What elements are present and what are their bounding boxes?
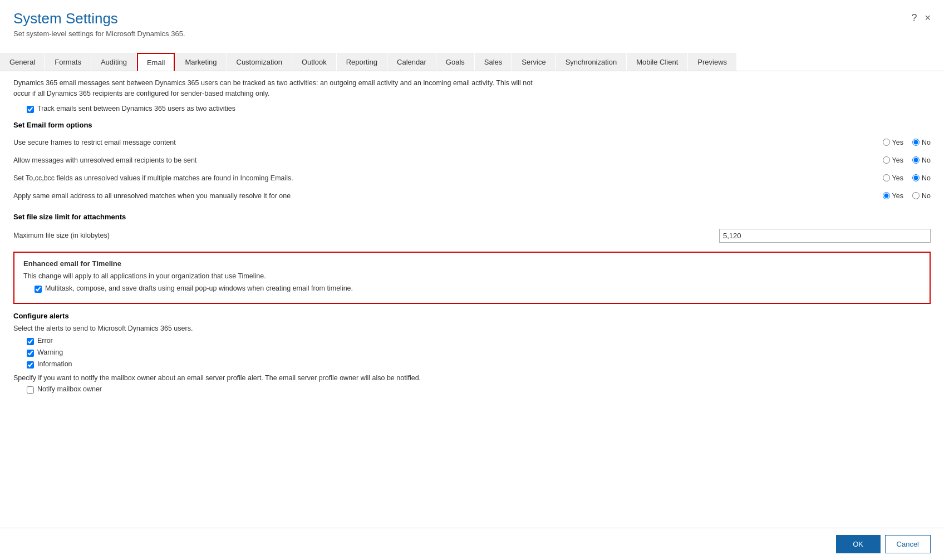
max-file-size-input[interactable] [719, 229, 931, 243]
secure-frames-no-option: No [912, 139, 931, 146]
content-area: Dynamics 365 email messages sent between… [0, 71, 944, 528]
file-size-section-header: Set file size limit for attachments [13, 213, 931, 221]
tab-general[interactable]: General [0, 53, 45, 71]
notify-desc: Specify if you want to notify the mailbo… [13, 374, 931, 382]
intro-text: Dynamics 365 email messages sent between… [13, 78, 931, 99]
apply-same-yes-option: Yes [883, 192, 903, 200]
max-file-size-row: Maximum file size (in kilobytes) [13, 225, 931, 246]
apply-same-yes-radio[interactable] [883, 192, 890, 199]
tab-goals[interactable]: Goals [436, 53, 474, 71]
apply-same-row: Apply same email address to all unresolv… [13, 187, 931, 205]
allow-unresolved-yes-label: Yes [892, 156, 903, 164]
notify-mailbox-label: Notify mailbox owner [37, 385, 102, 393]
notify-mailbox-row: Notify mailbox owner [27, 385, 931, 394]
set-tocc-radio-group: Yes No [883, 174, 931, 182]
set-tocc-no-label: No [922, 174, 931, 182]
alert-information-row: Information [27, 360, 931, 369]
set-tocc-row: Set To,cc,bcc fields as unresolved value… [13, 169, 931, 187]
set-tocc-yes-label: Yes [892, 174, 903, 182]
tab-previews[interactable]: Previews [688, 53, 736, 71]
tab-service[interactable]: Service [512, 53, 555, 71]
tab-formats[interactable]: Formats [45, 53, 91, 71]
track-emails-checkbox[interactable] [27, 106, 34, 113]
max-file-size-label: Maximum file size (in kilobytes) [13, 232, 719, 239]
enhanced-email-title: Enhanced email for Timeline [23, 259, 921, 268]
enhanced-email-checkbox-label: Multitask, compose, and save drafts usin… [45, 284, 353, 292]
alert-warning-label: Warning [37, 348, 63, 356]
alerts-checkboxes: Error Warning Information [27, 337, 931, 369]
secure-frames-no-radio[interactable] [912, 139, 920, 146]
notify-mailbox-checkbox[interactable] [27, 386, 34, 394]
tab-reporting[interactable]: Reporting [337, 53, 387, 71]
set-tocc-no-radio[interactable] [912, 174, 920, 181]
allow-unresolved-yes-radio[interactable] [883, 156, 890, 164]
allow-unresolved-label: Allow messages with unresolved email rec… [13, 156, 883, 164]
apply-same-radio-group: Yes No [883, 192, 931, 200]
dialog-controls: ? × [911, 12, 931, 24]
enhanced-email-checkbox-row: Multitask, compose, and save drafts usin… [35, 284, 921, 293]
tabs-container: GeneralFormatsAuditingEmailMarketingCust… [0, 52, 944, 71]
tab-calendar[interactable]: Calendar [387, 53, 436, 71]
dialog-footer: OK Cancel [0, 528, 944, 560]
email-form-section-header: Set Email form options [13, 121, 931, 129]
set-tocc-yes-option: Yes [883, 174, 903, 182]
secure-frames-yes-label: Yes [892, 139, 903, 146]
enhanced-email-desc: This change will apply to all applicatio… [23, 272, 921, 280]
system-settings-dialog: System Settings Set system-level setting… [0, 0, 944, 560]
set-tocc-yes-radio[interactable] [883, 174, 890, 181]
dialog-header: System Settings Set system-level setting… [0, 0, 944, 43]
allow-unresolved-no-option: No [912, 156, 931, 164]
alert-warning-row: Warning [27, 348, 931, 357]
secure-frames-yes-option: Yes [883, 139, 903, 146]
track-emails-row: Track emails sent between Dynamics 365 u… [27, 105, 931, 113]
tab-sales[interactable]: Sales [475, 53, 512, 71]
dialog-title-area: System Settings Set system-level setting… [13, 10, 185, 38]
cancel-button[interactable]: Cancel [885, 535, 931, 553]
tab-customization[interactable]: Customization [227, 53, 292, 71]
secure-frames-yes-radio[interactable] [883, 139, 890, 146]
apply-same-no-radio[interactable] [912, 192, 920, 199]
secure-frames-radio-group: Yes No [883, 139, 931, 146]
apply-same-no-label: No [922, 192, 931, 200]
tab-synchronization[interactable]: Synchronization [556, 53, 627, 71]
set-tocc-no-option: No [912, 174, 931, 182]
configure-alerts-section-header: Configure alerts [13, 312, 931, 320]
allow-unresolved-yes-option: Yes [883, 156, 903, 164]
configure-alerts-desc: Select the alerts to send to Microsoft D… [13, 325, 931, 332]
secure-frames-no-label: No [922, 139, 931, 146]
set-tocc-label: Set To,cc,bcc fields as unresolved value… [13, 174, 883, 182]
dialog-title: System Settings [13, 10, 185, 27]
allow-unresolved-radio-group: Yes No [883, 156, 931, 164]
apply-same-label: Apply same email address to all unresolv… [13, 192, 883, 200]
alert-information-checkbox[interactable] [27, 361, 34, 369]
alert-error-label: Error [37, 337, 53, 345]
secure-frames-row: Use secure frames to restrict email mess… [13, 134, 931, 151]
dialog-subtitle: Set system-level settings for Microsoft … [13, 30, 185, 38]
enhanced-email-checkbox[interactable] [35, 286, 42, 293]
apply-same-no-option: No [912, 192, 931, 200]
tab-outlook[interactable]: Outlook [292, 53, 336, 71]
ok-button[interactable]: OK [836, 535, 881, 553]
allow-unresolved-row: Allow messages with unresolved email rec… [13, 151, 931, 169]
secure-frames-label: Use secure frames to restrict email mess… [13, 139, 883, 146]
enhanced-email-box: Enhanced email for Timeline This change … [13, 252, 931, 304]
alert-error-checkbox[interactable] [27, 338, 34, 345]
tab-marketing[interactable]: Marketing [175, 53, 226, 71]
allow-unresolved-no-label: No [922, 156, 931, 164]
tab-mobile-client[interactable]: Mobile Client [627, 53, 687, 71]
help-button[interactable]: ? [911, 12, 917, 24]
close-button[interactable]: × [925, 12, 931, 24]
track-emails-label: Track emails sent between Dynamics 365 u… [37, 105, 235, 112]
alert-information-label: Information [37, 360, 72, 368]
scrollable-content: Dynamics 365 email messages sent between… [0, 71, 944, 528]
apply-same-yes-label: Yes [892, 192, 903, 200]
tab-email[interactable]: Email [137, 53, 175, 71]
tab-auditing[interactable]: Auditing [91, 53, 136, 71]
alert-error-row: Error [27, 337, 931, 345]
alert-warning-checkbox[interactable] [27, 350, 34, 357]
allow-unresolved-no-radio[interactable] [912, 156, 920, 164]
